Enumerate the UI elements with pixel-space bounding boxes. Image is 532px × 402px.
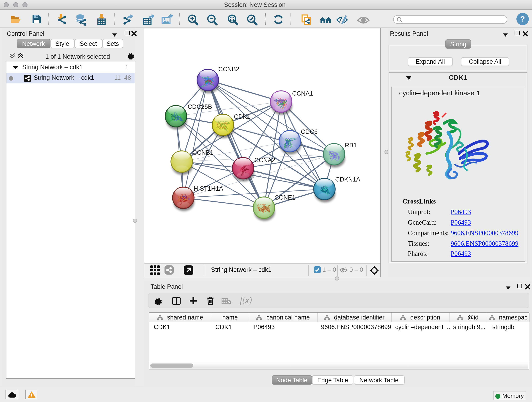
svg-text:RB1: RB1: [345, 142, 357, 149]
svg-text:HIST1H1A: HIST1H1A: [193, 185, 223, 192]
svg-text:CDK1: CDK1: [234, 113, 250, 120]
svg-text:CCNB2: CCNB2: [218, 66, 239, 73]
svg-text:CDC25B: CDC25B: [187, 103, 212, 110]
svg-text:CDKN1A: CDKN1A: [335, 176, 360, 183]
svg-text:CCNE1: CCNE1: [274, 194, 295, 201]
svg-text:CCNA2: CCNA2: [254, 157, 275, 164]
svg-text:CCNA1: CCNA1: [292, 90, 313, 97]
svg-text:CDC6: CDC6: [301, 128, 317, 135]
svg-text:CCNB1: CCNB1: [192, 149, 213, 156]
